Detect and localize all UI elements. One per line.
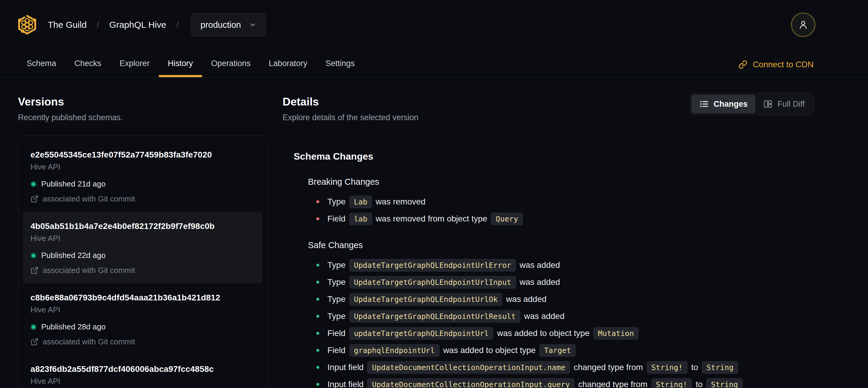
change-text: was removed [376,197,426,207]
version-status-label: Published 28d ago [41,322,105,331]
changes-view-button[interactable]: Changes [691,95,755,113]
change-item: FieldgraphqlEndpointUrlwas added to obje… [316,344,814,357]
version-card[interactable]: a823f6db2a55df877dcf406006abca97fcc4858c… [23,355,262,388]
change-text: was added to object type [443,346,536,355]
schema-coordinate-chip: String [702,361,738,374]
schema-coordinate-chip: graphqlEndpointUrl [349,344,440,357]
breadcrumb-separator: / [177,20,179,30]
change-text: Field [328,214,346,223]
schema-coordinate-chip: String [706,378,743,388]
breadcrumb-separator: / [97,20,99,30]
git-commit-link[interactable]: associated with Git commit [30,337,254,347]
external-link-icon [30,338,38,346]
chevron-down-icon [249,21,256,29]
git-commit-label: associated with Git commit [43,266,135,275]
change-text: changed type from [578,380,648,388]
versions-subtitle: Recently published schemas. [18,113,267,122]
view-button-label: Changes [714,99,748,109]
change-text: was added [524,311,564,321]
published-dot-icon [30,324,36,330]
change-item: TypeUpdateTargetGraphQLEndpointUrlInputw… [316,276,814,289]
git-commit-label: associated with Git commit [43,194,135,204]
schema-coordinate-chip: UpdateTargetGraphQLEndpointUrlInput [349,276,516,289]
tab-checks[interactable]: Checks [74,59,101,77]
change-text: Type [328,294,346,304]
change-text: was added to object type [497,329,590,338]
safe-bullet-icon [316,264,319,267]
change-item: Input fieldUpdateDocumentCollectionOpera… [316,378,814,388]
schema-coordinate-chip: UpdateTargetGraphQLEndpointUrlResult [349,310,521,323]
version-status: Published 21d ago [30,179,254,189]
schema-coordinate-chip: UpdateTargetGraphQLEndpointUrlOk [349,293,503,306]
versions-panel: Versions Recently published schemas. e2e… [18,78,267,388]
details-header: Details Explore details of the selected … [283,78,814,122]
tab-settings[interactable]: Settings [326,59,355,77]
full-diff-view-button[interactable]: Full Diff [755,95,812,113]
schema-coordinate-chip: UpdateTargetGraphQLEndpointUrlError [349,259,516,272]
view-button-label: Full Diff [777,99,805,109]
breadcrumb: The Guild / GraphQL Hive / production [18,0,266,50]
change-item: TypeUpdateTargetGraphQLEndpointUrlResult… [316,310,814,323]
version-service: Hive API [30,305,254,315]
tab-explorer[interactable]: Explorer [120,59,150,77]
tab-history[interactable]: History [168,59,193,77]
versions-list: e2e55045345ce13fe07f52a77459b83fa3fe7020… [18,136,267,388]
connect-to-cdn-button[interactable]: Connect to CDN [738,60,814,69]
breadcrumb-org[interactable]: The Guild [48,20,87,30]
hive-logo-icon[interactable] [18,15,36,35]
change-text: to [691,363,698,372]
version-card[interactable]: e2e55045345ce13fe07f52a77459b83fa3fe7020… [23,141,262,212]
tab-schema[interactable]: Schema [27,59,56,77]
git-commit-link[interactable]: associated with Git commit [30,266,254,275]
breaking-bullet-icon [316,217,319,220]
change-text: Type [328,277,346,287]
change-item: Input fieldUpdateDocumentCollectionOpera… [316,361,814,374]
safe-bullet-icon [316,281,319,284]
environment-select-value: production [200,20,241,30]
version-status: Published 22d ago [30,251,254,260]
safe-changes-group: Safe ChangesTypeUpdateTargetGraphQLEndpo… [308,240,814,388]
list-icon [699,99,709,109]
schema-coordinate-chip: updateTargetGraphQLEndpointUrl [349,327,494,340]
git-commit-link[interactable]: associated with Git commit [30,194,254,204]
external-link-icon [30,195,38,203]
version-hash: c8b6e88a06793b9c4dfd54aaa21b36a1b421d812 [30,293,254,302]
schema-coordinate-chip: UpdateDocumentCollectionOperationInput.n… [367,361,570,374]
version-card[interactable]: c8b6e88a06793b9c4dfd54aaa21b36a1b421d812… [23,283,262,355]
published-dot-icon [30,252,36,259]
details-title: Details [283,96,418,108]
version-service: Hive API [30,162,254,172]
change-item: TypeUpdateTargetGraphQLEndpointUrlOkwas … [316,293,814,306]
user-avatar-button[interactable] [791,12,815,37]
tab-laboratory[interactable]: Laboratory [269,59,307,77]
schema-coordinate-chip: String! [651,378,692,388]
change-text: Type [328,197,346,207]
schema-changes-section: Schema Changes Breaking ChangesTypeLabwa… [293,151,814,388]
safe-changes-list: TypeUpdateTargetGraphQLEndpointUrlErrorw… [308,259,814,388]
safe-bullet-icon [316,332,319,335]
tab-operations[interactable]: Operations [211,59,251,77]
breadcrumb-project[interactable]: GraphQL Hive [109,20,166,30]
version-card[interactable]: 4b05ab51b1b4a7e2e4b0ef82172f2b9f7ef98c0b… [23,212,262,283]
details-subtitle: Explore details of the selected version [283,113,418,122]
safe-bullet-icon [316,383,319,386]
schema-coordinate-chip: Mutation [593,327,639,340]
schema-coordinate-chip: lab [349,212,372,226]
change-text: to [696,380,703,388]
connect-to-cdn-label: Connect to CDN [753,60,814,69]
project-tabs: SchemaChecksExplorerHistoryOperationsLab… [27,59,354,77]
safe-bullet-icon [316,315,319,318]
schema-coordinate-chip: String! [647,361,688,374]
change-text: Field [328,329,346,338]
environment-select[interactable]: production [191,13,266,36]
change-text: Type [328,260,346,270]
link-icon [738,60,747,69]
versions-title: Versions [18,96,267,108]
version-status: Published 28d ago [30,322,254,331]
version-status-label: Published 22d ago [41,251,105,260]
view-toggle: ChangesFull Diff [690,93,814,115]
change-item: FieldupdateTargetGraphQLEndpointUrlwas a… [316,327,814,340]
change-item: TypeUpdateTargetGraphQLEndpointUrlErrorw… [316,259,814,272]
change-text: Type [328,311,346,321]
safe-changes-title: Safe Changes [308,240,814,250]
